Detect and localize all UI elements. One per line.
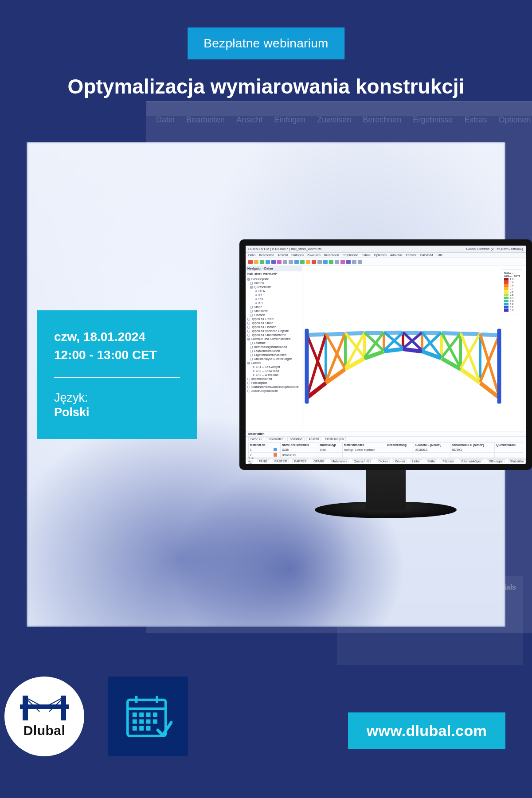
footer-tab[interactable]: FANG [257, 459, 269, 463]
nav-tree-label: Typen für Stabrandsteine [251, 333, 286, 336]
legend-row: 0.0 [504, 309, 520, 312]
nav-tree-item[interactable]: Lastfälle [247, 341, 302, 345]
nav-tree-item[interactable]: RO [247, 297, 302, 301]
app-menu-item[interactable]: Optionen [374, 254, 387, 257]
nav-tree-item[interactable]: Lasten [247, 361, 302, 365]
toolbar-icon[interactable] [300, 260, 305, 264]
toolbar-icon[interactable] [358, 260, 362, 264]
nav-tree-item[interactable]: LF2 – Snow load [247, 369, 302, 373]
toolbar-icon[interactable] [271, 260, 276, 264]
footer-tab[interactable]: Öffnungen [487, 459, 505, 463]
nav-tree-item[interactable]: Knoten [247, 281, 302, 285]
toolbar-icon[interactable] [306, 260, 310, 264]
toolbar-icon[interactable] [312, 260, 316, 264]
app-title-text: Dlubal RFEM | 6.02.0027 | hall_steel_war… [248, 247, 322, 251]
footer-tab[interactable]: Flächen [441, 459, 455, 463]
bottom-toolbar-item[interactable]: Einstellungen [323, 437, 346, 441]
app-menu-item[interactable]: Extras [362, 254, 371, 257]
toolbar-icon[interactable] [277, 260, 282, 264]
toolbar-icon[interactable] [289, 260, 293, 264]
brand-url[interactable]: www.dlubal.com [348, 712, 505, 749]
app-menu-item[interactable]: Bearbeiten [259, 254, 274, 257]
app-menu-item[interactable]: Zuweisen [307, 254, 321, 257]
app-menu-item[interactable]: Ergebnisse [343, 254, 358, 257]
toolbar-icon[interactable] [346, 260, 351, 264]
nav-tree-item[interactable]: Lastkombinationen [247, 349, 302, 353]
bottom-toolbar-item[interactable]: Bearbeiten [266, 437, 286, 441]
nav-tree-item[interactable]: Lastfälle und Kombinationen [247, 337, 302, 341]
nav-tree-item[interactable]: Stäbe [247, 305, 302, 309]
nav-tree-item[interactable]: Ausdruckprotokolle [247, 389, 302, 393]
app-menu-item[interactable]: Fenster [406, 254, 417, 257]
nav-tree-item[interactable]: Imperfektionen [247, 377, 302, 381]
toolbar-icon[interactable] [317, 260, 322, 264]
app-menu-item[interactable]: Berechnen [324, 254, 339, 257]
toolbar-icon[interactable] [340, 260, 345, 264]
footer-tab[interactable]: Materialien [330, 459, 348, 463]
toolbar-icon[interactable] [352, 260, 356, 264]
table-cell: 1 [249, 447, 272, 453]
table-header: Querdehnzahl [495, 443, 523, 447]
toolbar-icon[interactable] [248, 260, 253, 264]
app-menu-item[interactable]: Datei [248, 254, 255, 257]
app-menu-item[interactable]: Hilfe [436, 254, 442, 257]
app-menu-item[interactable]: CAD/BIM [420, 254, 433, 257]
footer-tab[interactable]: Dicken [377, 459, 390, 463]
app-bottom-panel: Materialien Gehe zuBearbeitenSelektionAn… [246, 431, 526, 464]
toolbar-icon[interactable] [260, 260, 264, 264]
toolbar-icon[interactable] [254, 260, 258, 264]
app-menu-item[interactable]: Add-Ons [390, 254, 403, 257]
footer-tab[interactable]: Stabsätze [509, 459, 526, 463]
svg-rect-8 [133, 720, 137, 724]
nav-tree-item[interactable]: LF1 – Self-weight [247, 365, 302, 369]
toolbar-icon[interactable] [323, 260, 328, 264]
tree-bullet-icon [247, 330, 250, 332]
toolbar-icon[interactable] [294, 260, 299, 264]
nav-tree-item[interactable]: Ergebniskombinationen [247, 353, 302, 357]
nav-tree-item[interactable]: KR [247, 301, 302, 305]
bottom-toolbar-item[interactable]: Selektion [287, 437, 305, 441]
footer-tab[interactable]: Linien [410, 459, 422, 463]
nav-tree-item[interactable]: Hilfsobjekte [247, 381, 302, 385]
footer-tab[interactable]: KARTES [292, 459, 308, 463]
bottom-toolbar-item[interactable]: Ansicht [306, 437, 321, 441]
nav-tree-item[interactable]: Querschnitte [247, 285, 302, 289]
tree-bullet-icon [247, 338, 250, 340]
nav-tree-item[interactable]: LF3 – Wind load [247, 373, 302, 377]
truss-member [305, 329, 309, 404]
bottom-toolbar-item[interactable]: Gehe zu [248, 437, 264, 441]
material-swatch-icon [274, 453, 277, 457]
app-menu-item[interactable]: Ansicht [278, 254, 288, 257]
nav-tree-item[interactable]: Typen für Flächen [247, 325, 302, 329]
nav-tree-item[interactable]: Basisobjekte [247, 277, 302, 281]
nav-tree-item[interactable]: IPE [247, 293, 302, 297]
nav-tree-label: IPE [258, 293, 263, 297]
toolbar-icon[interactable] [329, 260, 333, 264]
app-menu-item[interactable]: Einfügen [291, 254, 304, 257]
toolbar-icon[interactable] [266, 260, 270, 264]
nav-tree-item[interactable]: Typen für Linien [247, 317, 302, 321]
toolbar-icon[interactable] [335, 260, 339, 264]
table-row[interactable]: 2Beton C30 [249, 453, 523, 458]
nav-tree-label: Hilfsobjekte [251, 381, 267, 384]
nav-tree-item[interactable]: Stahlnachweis/Ausdruckprotokolle [247, 385, 302, 389]
nav-tree-item[interactable]: Bemessungssituationen [247, 345, 302, 349]
nav-tree-item[interactable]: Statikanalyse-Einstellungen [247, 357, 302, 361]
footer-tab[interactable]: Stäbe [426, 459, 437, 463]
toolbar-icon[interactable] [283, 260, 287, 264]
nav-tree-item[interactable]: HEA [247, 289, 302, 293]
nav-tree-label: Typen für Linien [251, 317, 274, 321]
table-row[interactable]: 1S235StahlIsotrop | Linear elastisch2100… [249, 447, 523, 453]
nav-tree-item[interactable]: Flächen [247, 313, 302, 317]
footer-tab[interactable]: Knoten [393, 459, 407, 463]
nav-tree-item[interactable]: Typen für spezielle Objekte [247, 329, 302, 333]
nav-tree-item[interactable]: Typen für Stäbe [247, 321, 302, 325]
footer-tab[interactable]: RASTER [273, 459, 289, 463]
footer-tab[interactable]: Volumenkörper [459, 459, 483, 463]
footer-tab[interactable]: OFANG [312, 459, 326, 463]
tree-bullet-icon [250, 282, 253, 285]
nav-tree-item[interactable]: Stabsätze [247, 309, 302, 313]
nav-tree-item[interactable]: Typen für Stabrandsteine [247, 333, 302, 337]
footer-tab[interactable]: Querschnitte [352, 459, 373, 463]
svg-rect-9 [139, 720, 144, 724]
